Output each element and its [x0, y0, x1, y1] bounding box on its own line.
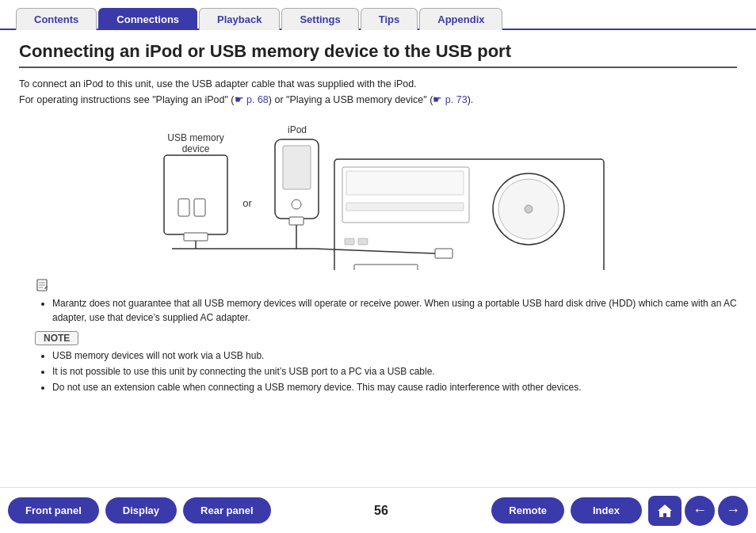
svg-rect-22: [345, 238, 354, 245]
home-button[interactable]: [648, 496, 682, 526]
pencil-icon: [35, 278, 49, 292]
svg-rect-17: [346, 171, 464, 195]
tab-appendix[interactable]: Appendix: [419, 8, 502, 30]
right-icon-buttons: ← →: [648, 496, 748, 526]
note-item-3: Do not use an extension cable when conne…: [52, 380, 721, 394]
note-icon-area: [35, 278, 737, 295]
tab-tips[interactable]: Tips: [361, 8, 418, 30]
note-bullet-item: Marantz does not guarantee that all USB …: [52, 296, 737, 325]
svg-text:iPod: iPod: [288, 124, 307, 135]
tab-contents[interactable]: Contents: [16, 8, 97, 30]
bottom-right-buttons: Remote Index ← →: [491, 496, 748, 526]
notes-section: Marantz does not guarantee that all USB …: [35, 296, 737, 325]
connection-diagram: USB memory device or iPod: [109, 116, 647, 270]
note-item-1: USB memory devices will not work via a U…: [52, 348, 721, 363]
svg-rect-1: [178, 199, 189, 216]
svg-point-11: [292, 200, 301, 209]
svg-text:or: or: [242, 197, 252, 209]
remote-button[interactable]: Remote: [491, 497, 564, 523]
page-number: 56: [369, 504, 393, 518]
svg-rect-3: [184, 233, 208, 241]
svg-text:USB memory: USB memory: [167, 132, 223, 143]
note-box: NOTE USB memory devices will not work vi…: [35, 331, 721, 394]
forward-button[interactable]: →: [718, 496, 748, 526]
intro-line1: To connect an iPod to this unit, use the…: [19, 78, 417, 89]
note-label: NOTE: [35, 331, 78, 345]
svg-rect-10: [283, 146, 311, 189]
index-button[interactable]: Index: [571, 497, 642, 523]
back-button[interactable]: ←: [685, 496, 715, 526]
tab-settings[interactable]: Settings: [281, 8, 358, 30]
svg-rect-23: [358, 238, 368, 245]
top-navigation: Contents Connections Playback Settings T…: [0, 0, 756, 30]
bottom-left-buttons: Front panel Display Rear panel: [8, 497, 271, 523]
home-icon: [656, 502, 674, 520]
svg-point-21: [525, 205, 533, 213]
tab-playback[interactable]: Playback: [199, 8, 280, 30]
main-content: Connecting an iPod or USB memory device …: [0, 30, 756, 405]
svg-rect-12: [289, 217, 304, 225]
intro-text: To connect an iPod to this unit, use the…: [19, 76, 737, 108]
svg-rect-25: [354, 265, 418, 270]
display-button[interactable]: Display: [105, 497, 177, 523]
front-panel-button[interactable]: Front panel: [8, 497, 99, 523]
svg-rect-24: [435, 249, 452, 258]
bottom-bar: Front panel Display Rear panel 56 Remote…: [0, 487, 756, 533]
tab-connections[interactable]: Connections: [98, 8, 197, 30]
svg-rect-18: [346, 203, 464, 211]
note-item-2: It is not possible to use this unit by c…: [52, 364, 721, 379]
svg-rect-0: [164, 155, 227, 234]
intro-line2: For operating instructions see "Playing …: [19, 94, 473, 105]
svg-rect-2: [194, 199, 205, 216]
page-title: Connecting an iPod or USB memory device …: [19, 41, 737, 68]
svg-marker-31: [658, 504, 672, 517]
svg-text:device: device: [182, 143, 210, 154]
rear-panel-button[interactable]: Rear panel: [183, 497, 270, 523]
diagram-area: USB memory device or iPod: [19, 116, 737, 270]
note-list: USB memory devices will not work via a U…: [35, 348, 721, 394]
